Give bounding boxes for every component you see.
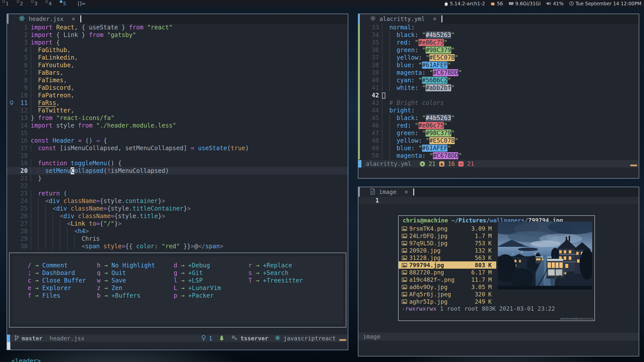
code-line-22[interactable]: 22 xyxy=(7,182,348,190)
code-line-12[interactable]: 12▏ FaTwitter, xyxy=(7,107,348,114)
code-line-50[interactable]: 50▏ ▏ magenta: "#C678DD" xyxy=(358,152,639,159)
left-code-area[interactable]: 1import React, { useState } from "react"… xyxy=(7,24,348,250)
line-number: 1 xyxy=(16,24,31,31)
code-line-2[interactable]: 2import { Link } from "gatsby" xyxy=(7,31,348,39)
code-line-29[interactable]: 29▏ ▏ ▏ ▏ ▏ ▏ ▏ Chris xyxy=(7,235,348,243)
file-row-aghr5Ip.jpg[interactable]: aghr5Ip.jpg249K xyxy=(399,298,496,305)
file-row-a19c482f~.png[interactable]: a19c482f~.png11.7M xyxy=(399,276,496,283)
code-line-18[interactable]: 18 xyxy=(7,152,348,159)
code-line-35[interactable]: 35▏ ▏ red: "#e06c75" xyxy=(358,39,639,46)
line-number: 23 xyxy=(16,190,31,197)
buffer-line-1[interactable]: 1 xyxy=(358,197,639,204)
code-line-15[interactable]: 15 xyxy=(7,129,348,137)
close-icon[interactable]: × xyxy=(71,15,75,22)
file-row-31228.jpg[interactable]: 31228.jpg563K xyxy=(399,254,496,261)
code-line-25[interactable]: 25▏ ▏ ▏ <div className={style.titleConta… xyxy=(7,205,348,212)
code-line-36[interactable]: 36▏ ▏ green: "#98C379" xyxy=(358,46,639,54)
code-line-11[interactable]: 11▏ FaRss, xyxy=(7,99,348,107)
whichkey-binding-h: h → No Highlight xyxy=(97,262,155,269)
code-line-17[interactable]: 17▏ const [isMenuCollapsed, setMenuColla… xyxy=(7,144,348,152)
code-line-5[interactable]: 5▏ FaLinkedin, xyxy=(7,54,348,61)
file-row-9rsmTK4.png[interactable]: 9rsmTK4.png3.09M xyxy=(399,225,496,232)
scroll-indicator xyxy=(630,165,637,166)
tab-image[interactable]: image × xyxy=(358,187,413,197)
code-line-24[interactable]: 24▏ ▏ <div className={style.container}> xyxy=(7,197,348,205)
tab-alacritty-yml[interactable]: alacritty.yml × xyxy=(358,14,441,24)
code-line-4[interactable]: 4▏ FaGithub, xyxy=(7,46,348,54)
code-text: import React, { useState } from "react" xyxy=(31,24,348,31)
tab-header-jsx[interactable]: header.jsx × xyxy=(7,14,80,24)
code-line-46[interactable]: 46▏ ▏ red: "#e06c75" xyxy=(358,122,639,129)
file-row-AFq5r6j.jpeg[interactable]: AFq5r6j.jpeg320K xyxy=(399,291,496,298)
code-line-42[interactable]: 42 xyxy=(358,92,639,99)
workspace-4[interactable]: 4 xyxy=(43,0,57,7)
whichkey-binding-T: T → +Treesitter xyxy=(248,277,303,284)
workspace-3[interactable]: 3 xyxy=(29,0,43,7)
right-code-area[interactable]: 33▏ normal:34▏ ▏ black: "#4b5263"35▏ ▏ r… xyxy=(358,24,639,159)
code-line-28[interactable]: 28▏ ▏ ▏ ▏ ▏ ▏ <h4> xyxy=(7,227,348,235)
code-line-9[interactable]: 9▏ FaDiscord, xyxy=(7,84,348,92)
line-number: 43 xyxy=(367,99,382,107)
code-line-43[interactable]: 43▏ # Bright colors xyxy=(358,99,639,107)
code-text: ▏ ▏ ▏ ▏ ▏ ▏ ▏ Chris xyxy=(31,235,348,243)
code-line-45[interactable]: 45▏ ▏ black: "#4b5263" xyxy=(358,114,639,122)
code-line-7[interactable]: 7▏ FaBars, xyxy=(7,69,348,76)
code-line-44[interactable]: 44▏ bright: xyxy=(358,107,639,114)
code-line-16[interactable]: 16const Header = () ⇒ { xyxy=(7,137,348,144)
workspace-1[interactable]: 1 xyxy=(0,0,14,7)
file-row-882720.png[interactable]: 882720.png6.17M xyxy=(399,269,496,276)
code-line-6[interactable]: 6▏ FaYoutube, xyxy=(7,61,348,69)
code-line-23[interactable]: 23▏ return ( xyxy=(7,190,348,197)
code-line-26[interactable]: 26▏ ▏ ▏ ▏ <div className={style.title}> xyxy=(7,212,348,220)
code-line-30[interactable]: 30▏ ▏ ▏ ▏ ▏ ▏ ▏ <span style={{ color: "r… xyxy=(7,243,348,250)
code-text: ▏ ▏ yellow: "#E5C07B" xyxy=(382,137,639,144)
code-text: ▏ ▏ green: "#98C379" xyxy=(382,129,639,137)
code-line-39[interactable]: 39▏ ▏ magenta: "#C678DD" xyxy=(358,69,639,76)
code-text: ▏ FaPatreon, xyxy=(31,92,348,99)
code-line-21[interactable]: 21▏ } xyxy=(7,175,348,182)
code-line-13[interactable]: 13} from "react-icons/fa" xyxy=(7,114,348,122)
code-text: ▏ FaRss, xyxy=(31,99,348,107)
file-row-799794.jpg[interactable]: 799794.jpg803K xyxy=(399,261,496,269)
line-number: 3 xyxy=(16,39,31,46)
whichkey-binding-f: f → Files xyxy=(28,292,86,299)
close-icon[interactable]: × xyxy=(433,15,436,22)
line-number: 45 xyxy=(367,114,382,122)
code-line-19[interactable]: 19▏ function toggleMenu() { xyxy=(7,159,348,167)
code-line-10[interactable]: 10▏ FaPatreon, xyxy=(7,92,348,99)
code-line-49[interactable]: 49▏ ▏ blue: "#61AFEF" xyxy=(358,144,639,152)
code-line-27[interactable]: 27▏ ▏ ▏ ▏ ▏ <Link to={"/"}> xyxy=(7,220,348,227)
code-line-34[interactable]: 34▏ ▏ black: "#4b5263" xyxy=(358,31,639,39)
file-row-ad6v9Oy.jpg[interactable]: ad6v9Oy.jpg3.05M xyxy=(399,283,496,291)
code-line-41[interactable]: 41▏ ▏ white: "#abb2bf" xyxy=(358,84,639,92)
right-statusline: alacritty.yml + 21 ▪ 16 − 21 xyxy=(358,160,639,168)
git-branch[interactable]: master xyxy=(14,335,43,342)
code-line-1[interactable]: 1import React, { useState } from "react" xyxy=(7,24,348,31)
code-line-40[interactable]: 40▏ ▏ cyan: "#56B6C2" xyxy=(358,76,639,84)
module-volume: 41% xyxy=(546,1,563,6)
code-line-37[interactable]: 37▏ ▏ yellow: "#E5C07B" xyxy=(358,54,639,61)
line-number: 30 xyxy=(16,243,31,250)
close-icon[interactable]: × xyxy=(404,188,408,195)
code-line-33[interactable]: 33▏ normal: xyxy=(358,24,639,31)
workspace-2[interactable]: 2 xyxy=(14,0,29,7)
file-row-20920.jpg[interactable]: 20920.jpg132K xyxy=(399,247,496,254)
file-size: 11.7 xyxy=(463,276,485,283)
workspace-5[interactable]: 5 xyxy=(57,0,72,7)
code-line-8[interactable]: 8▏ FaTimes, xyxy=(7,76,348,84)
whichkey-column-1: / → Comment; → Dashboardc → Close Buffer… xyxy=(28,262,86,299)
line-number: 26 xyxy=(16,212,31,220)
diagnostics-hint[interactable]: 1 xyxy=(201,335,212,342)
code-line-47[interactable]: 47▏ ▏ green: "#98C379" xyxy=(358,129,639,137)
layout-symbol[interactable]: []= xyxy=(78,1,86,6)
file-row-24LrDFQ.jpg[interactable]: 24LrDFQ.jpg1.7M xyxy=(399,232,496,239)
code-line-14[interactable]: 14import style from "./header.module.les… xyxy=(7,122,348,129)
code-line-20[interactable]: 20▏ ▏ setMenuCollapsed(!isMenuCollapsed) xyxy=(7,167,348,175)
line-number: 27 xyxy=(16,220,31,227)
code-line-3[interactable]: 3import { xyxy=(7,39,348,46)
line-number: 5 xyxy=(16,54,31,61)
code-line-38[interactable]: 38▏ ▏ blue: "#61AFEF" xyxy=(358,61,639,69)
file-row-97q9L5D.jpg[interactable]: 97q9L5D.jpg753K xyxy=(399,239,496,247)
left-cmdline[interactable]: <leader> <esc> close <bs> go up one leve… xyxy=(7,342,348,350)
code-line-48[interactable]: 48▏ ▏ yellow: "#E5C07B" xyxy=(358,137,639,144)
